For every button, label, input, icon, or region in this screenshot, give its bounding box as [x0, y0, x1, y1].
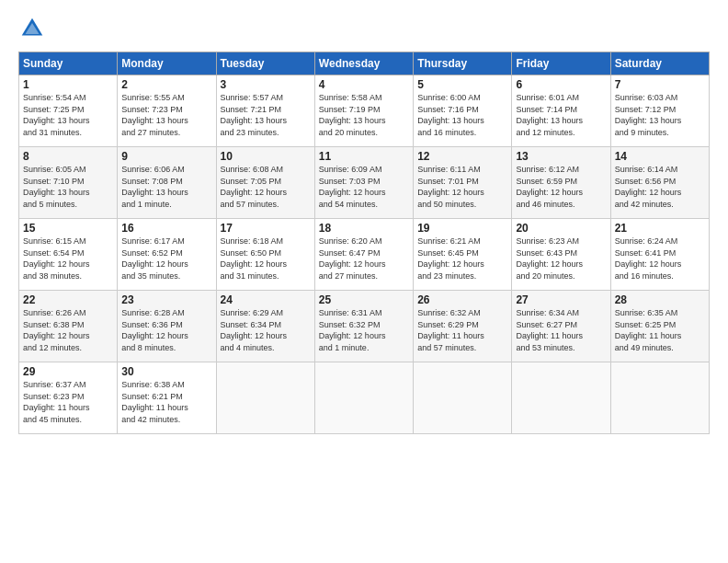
calendar-day-cell: 1Sunrise: 5:54 AM Sunset: 7:25 PM Daylig…	[19, 75, 118, 147]
calendar-day-cell: 14Sunrise: 6:14 AM Sunset: 6:56 PM Dayli…	[610, 147, 709, 219]
page: SundayMondayTuesdayWednesdayThursdayFrid…	[0, 0, 728, 563]
calendar-day-cell: 11Sunrise: 6:09 AM Sunset: 7:03 PM Dayli…	[314, 147, 413, 219]
day-number: 9	[121, 150, 211, 163]
calendar-day-cell	[610, 362, 709, 434]
day-info: Sunrise: 6:01 AM Sunset: 7:14 PM Dayligh…	[516, 92, 606, 138]
header	[18, 15, 710, 42]
day-number: 2	[121, 78, 211, 91]
day-number: 29	[23, 365, 113, 378]
calendar-day-cell: 15Sunrise: 6:15 AM Sunset: 6:54 PM Dayli…	[19, 219, 118, 291]
calendar-day-cell: 8Sunrise: 6:05 AM Sunset: 7:10 PM Daylig…	[19, 147, 118, 219]
day-info: Sunrise: 6:28 AM Sunset: 6:36 PM Dayligh…	[121, 307, 211, 353]
day-info: Sunrise: 6:00 AM Sunset: 7:16 PM Dayligh…	[417, 92, 507, 138]
day-number: 7	[615, 78, 705, 91]
calendar-day-cell: 10Sunrise: 6:08 AM Sunset: 7:05 PM Dayli…	[216, 147, 314, 219]
calendar-day-cell: 3Sunrise: 5:57 AM Sunset: 7:21 PM Daylig…	[216, 75, 314, 147]
day-info: Sunrise: 6:05 AM Sunset: 7:10 PM Dayligh…	[23, 164, 113, 210]
day-info: Sunrise: 5:54 AM Sunset: 7:25 PM Dayligh…	[23, 92, 113, 138]
calendar-day-cell: 26Sunrise: 6:32 AM Sunset: 6:29 PM Dayli…	[414, 291, 512, 362]
day-number: 20	[516, 222, 606, 235]
calendar-day-cell: 29Sunrise: 6:37 AM Sunset: 6:23 PM Dayli…	[19, 362, 118, 434]
calendar-day-cell: 27Sunrise: 6:34 AM Sunset: 6:27 PM Dayli…	[512, 291, 610, 362]
day-number: 14	[615, 150, 705, 163]
calendar-week-row: 22Sunrise: 6:26 AM Sunset: 6:38 PM Dayli…	[19, 291, 710, 362]
day-info: Sunrise: 5:57 AM Sunset: 7:21 PM Dayligh…	[221, 92, 311, 138]
day-info: Sunrise: 5:58 AM Sunset: 7:19 PM Dayligh…	[319, 92, 409, 138]
calendar-day-cell: 21Sunrise: 6:24 AM Sunset: 6:41 PM Dayli…	[610, 219, 709, 291]
calendar-day-cell	[512, 362, 610, 434]
day-number: 17	[221, 222, 311, 235]
calendar-day-cell: 7Sunrise: 6:03 AM Sunset: 7:12 PM Daylig…	[610, 75, 709, 147]
day-number: 26	[417, 293, 507, 306]
day-info: Sunrise: 6:35 AM Sunset: 6:25 PM Dayligh…	[615, 307, 705, 353]
day-info: Sunrise: 6:32 AM Sunset: 6:29 PM Dayligh…	[417, 307, 507, 353]
day-number: 4	[319, 78, 409, 91]
calendar-day-cell: 17Sunrise: 6:18 AM Sunset: 6:50 PM Dayli…	[216, 219, 314, 291]
day-number: 3	[221, 78, 311, 91]
calendar-day-cell: 12Sunrise: 6:11 AM Sunset: 7:01 PM Dayli…	[414, 147, 512, 219]
weekday-header-tuesday: Tuesday	[216, 52, 314, 75]
weekday-header-thursday: Thursday	[414, 52, 512, 75]
day-number: 19	[417, 222, 507, 235]
calendar-week-row: 1Sunrise: 5:54 AM Sunset: 7:25 PM Daylig…	[19, 75, 710, 147]
day-info: Sunrise: 6:18 AM Sunset: 6:50 PM Dayligh…	[221, 236, 311, 282]
day-info: Sunrise: 6:15 AM Sunset: 6:54 PM Dayligh…	[23, 236, 113, 282]
calendar-day-cell: 19Sunrise: 6:21 AM Sunset: 6:45 PM Dayli…	[414, 219, 512, 291]
calendar-day-cell: 6Sunrise: 6:01 AM Sunset: 7:14 PM Daylig…	[512, 75, 610, 147]
day-info: Sunrise: 6:31 AM Sunset: 6:32 PM Dayligh…	[319, 307, 409, 353]
day-info: Sunrise: 6:20 AM Sunset: 6:47 PM Dayligh…	[319, 236, 409, 282]
calendar-day-cell: 2Sunrise: 5:55 AM Sunset: 7:23 PM Daylig…	[118, 75, 216, 147]
day-number: 15	[23, 222, 113, 235]
logo	[18, 15, 50, 42]
day-number: 10	[221, 150, 311, 163]
weekday-header-monday: Monday	[118, 52, 216, 75]
day-number: 11	[319, 150, 409, 163]
calendar-day-cell	[314, 362, 413, 434]
day-number: 23	[121, 293, 211, 306]
weekday-header-wednesday: Wednesday	[314, 52, 413, 75]
day-info: Sunrise: 6:29 AM Sunset: 6:34 PM Dayligh…	[221, 307, 311, 353]
calendar-day-cell: 9Sunrise: 6:06 AM Sunset: 7:08 PM Daylig…	[118, 147, 216, 219]
calendar-day-cell	[216, 362, 314, 434]
day-number: 27	[516, 293, 606, 306]
calendar-day-cell: 23Sunrise: 6:28 AM Sunset: 6:36 PM Dayli…	[118, 291, 216, 362]
day-info: Sunrise: 6:12 AM Sunset: 6:59 PM Dayligh…	[516, 164, 606, 210]
day-info: Sunrise: 6:21 AM Sunset: 6:45 PM Dayligh…	[417, 236, 507, 282]
day-number: 6	[516, 78, 606, 91]
day-number: 18	[319, 222, 409, 235]
day-number: 28	[615, 293, 705, 306]
day-number: 24	[221, 293, 311, 306]
day-number: 25	[319, 293, 409, 306]
day-info: Sunrise: 6:34 AM Sunset: 6:27 PM Dayligh…	[516, 307, 606, 353]
weekday-header-friday: Friday	[512, 52, 610, 75]
calendar-day-cell: 16Sunrise: 6:17 AM Sunset: 6:52 PM Dayli…	[118, 219, 216, 291]
day-number: 21	[615, 222, 705, 235]
calendar-day-cell: 28Sunrise: 6:35 AM Sunset: 6:25 PM Dayli…	[610, 291, 709, 362]
day-info: Sunrise: 6:23 AM Sunset: 6:43 PM Dayligh…	[516, 236, 606, 282]
calendar-week-row: 15Sunrise: 6:15 AM Sunset: 6:54 PM Dayli…	[19, 219, 710, 291]
day-info: Sunrise: 6:06 AM Sunset: 7:08 PM Dayligh…	[121, 164, 211, 210]
calendar-week-row: 8Sunrise: 6:05 AM Sunset: 7:10 PM Daylig…	[19, 147, 710, 219]
day-info: Sunrise: 6:03 AM Sunset: 7:12 PM Dayligh…	[615, 92, 705, 138]
day-info: Sunrise: 6:08 AM Sunset: 7:05 PM Dayligh…	[221, 164, 311, 210]
calendar-table: SundayMondayTuesdayWednesdayThursdayFrid…	[18, 52, 710, 434]
calendar-day-cell	[414, 362, 512, 434]
day-number: 5	[417, 78, 507, 91]
day-number: 16	[121, 222, 211, 235]
day-info: Sunrise: 6:37 AM Sunset: 6:23 PM Dayligh…	[23, 379, 113, 425]
day-number: 22	[23, 293, 113, 306]
calendar-day-cell: 4Sunrise: 5:58 AM Sunset: 7:19 PM Daylig…	[314, 75, 413, 147]
weekday-header-sunday: Sunday	[19, 52, 118, 75]
day-number: 12	[417, 150, 507, 163]
calendar-day-cell: 30Sunrise: 6:38 AM Sunset: 6:21 PM Dayli…	[118, 362, 216, 434]
logo-icon	[18, 15, 46, 42]
calendar-day-cell: 22Sunrise: 6:26 AM Sunset: 6:38 PM Dayli…	[19, 291, 118, 362]
calendar-day-cell: 18Sunrise: 6:20 AM Sunset: 6:47 PM Dayli…	[314, 219, 413, 291]
day-info: Sunrise: 6:38 AM Sunset: 6:21 PM Dayligh…	[121, 379, 211, 425]
day-info: Sunrise: 6:09 AM Sunset: 7:03 PM Dayligh…	[319, 164, 409, 210]
day-info: Sunrise: 5:55 AM Sunset: 7:23 PM Dayligh…	[121, 92, 211, 138]
weekday-header-row: SundayMondayTuesdayWednesdayThursdayFrid…	[19, 52, 710, 75]
day-info: Sunrise: 6:14 AM Sunset: 6:56 PM Dayligh…	[615, 164, 705, 210]
day-number: 1	[23, 78, 113, 91]
calendar-day-cell: 5Sunrise: 6:00 AM Sunset: 7:16 PM Daylig…	[414, 75, 512, 147]
